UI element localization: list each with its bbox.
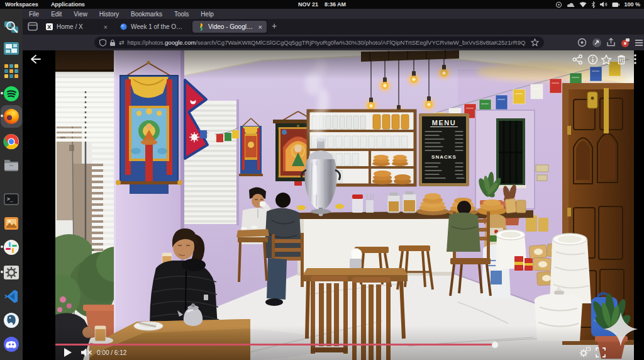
blue-favicon bbox=[120, 23, 127, 30]
progress-played bbox=[55, 344, 495, 346]
tracking-shield-icon bbox=[99, 39, 106, 47]
dock: >_ bbox=[0, 9, 23, 360]
account-circle-icon[interactable] bbox=[591, 37, 602, 48]
cloud-icon[interactable] bbox=[567, 2, 575, 8]
back-arrow-icon[interactable] bbox=[29, 53, 42, 65]
tab-close-icon[interactable]: × bbox=[258, 23, 262, 31]
tab-bar: X Home / X × Week 1 of the One-Month S V… bbox=[23, 19, 644, 35]
tab-home-x[interactable]: X Home / X × bbox=[42, 21, 112, 33]
battery-icon[interactable] bbox=[612, 2, 619, 8]
applications-menu[interactable]: Applications bbox=[51, 1, 85, 8]
tab-week1[interactable]: Week 1 of the One-Month S bbox=[116, 21, 190, 33]
url-text: https://photos.google.com/search/Cg7WaiK… bbox=[127, 39, 528, 46]
menu-help[interactable]: Help bbox=[201, 11, 214, 18]
dock-vscode-icon[interactable] bbox=[3, 288, 19, 305]
menu-tools[interactable]: Tools bbox=[174, 11, 189, 18]
dock-photos-app-icon[interactable] bbox=[3, 215, 19, 232]
google-photos-viewer: MENU SNACKS bbox=[23, 50, 644, 360]
keyboard-layout-icon[interactable] bbox=[555, 1, 562, 8]
dock-postgresql-icon[interactable] bbox=[3, 312, 19, 329]
menu-board: MENU SNACKS bbox=[419, 113, 469, 186]
clock[interactable]: NOV 21 8:36 AM bbox=[298, 1, 346, 8]
fullscreen-icon[interactable] bbox=[594, 347, 608, 358]
volume-icon[interactable] bbox=[600, 1, 608, 8]
menu-view[interactable]: View bbox=[74, 11, 87, 18]
dock-spotify-icon[interactable] bbox=[3, 86, 19, 102]
dock-firefox-icon[interactable] bbox=[3, 108, 19, 125]
dock-workspace-search-icon[interactable] bbox=[3, 19, 19, 35]
thangka-buddha bbox=[116, 61, 182, 194]
small-thangka bbox=[239, 118, 263, 176]
new-tab-button[interactable]: + bbox=[272, 21, 277, 31]
svg-text:X: X bbox=[47, 24, 51, 30]
menu-history[interactable]: History bbox=[99, 11, 119, 18]
hamburger-menu-icon[interactable] bbox=[633, 37, 644, 48]
delete-trash-icon[interactable] bbox=[615, 53, 628, 65]
battery-percent: 100 % bbox=[624, 1, 640, 8]
workspaces-menu[interactable]: Workspaces bbox=[5, 1, 38, 8]
screen: Workspaces Applications NOV 21 8:36 AM 1… bbox=[0, 0, 644, 360]
progress-handle[interactable] bbox=[492, 342, 498, 348]
more-options-icon[interactable] bbox=[629, 53, 641, 65]
wifi-icon[interactable] bbox=[579, 2, 587, 8]
lock-icon bbox=[109, 39, 116, 47]
tab-close-icon[interactable]: × bbox=[104, 23, 108, 31]
clock-date: NOV 21 bbox=[298, 1, 318, 8]
system-top-bar: Workspaces Applications NOV 21 8:36 AM 1… bbox=[0, 0, 644, 9]
dock-window-layout-icon[interactable] bbox=[3, 40, 19, 57]
favorite-star-icon[interactable] bbox=[600, 53, 613, 65]
google-photos-favicon bbox=[197, 23, 204, 31]
firefox-view-icon[interactable] bbox=[28, 22, 38, 33]
clock-time: 8:36 AM bbox=[325, 1, 346, 8]
dock-settings-icon[interactable] bbox=[3, 264, 19, 281]
dock-app-grid-icon[interactable] bbox=[3, 63, 19, 79]
tab-title: Home / X bbox=[57, 23, 99, 30]
info-icon[interactable] bbox=[586, 53, 599, 65]
dock-terminal-icon[interactable]: >_ bbox=[3, 191, 19, 208]
time-display: 0:00 / 6:12 bbox=[97, 348, 126, 357]
bookmark-star-icon[interactable] bbox=[531, 38, 539, 47]
bluetooth-icon[interactable] bbox=[591, 1, 596, 8]
dock-slack-icon[interactable] bbox=[3, 239, 19, 256]
settings-gear-icon[interactable] bbox=[577, 347, 591, 358]
teahouse-scene: MENU SNACKS bbox=[55, 50, 634, 360]
menu-bookmarks[interactable]: Bookmarks bbox=[131, 11, 162, 18]
navigation-bar: ⇄ https://photos.google.com/search/Cg7Wa… bbox=[23, 35, 644, 50]
x-favicon: X bbox=[46, 23, 53, 30]
play-button[interactable] bbox=[62, 347, 74, 358]
video-frame[interactable]: MENU SNACKS bbox=[55, 50, 634, 360]
menu-file[interactable]: File bbox=[29, 11, 39, 18]
snack-packets bbox=[505, 198, 526, 213]
extension-badge-icon[interactable] bbox=[577, 37, 587, 48]
tab-video-google-photos[interactable]: Video - Google Photos × bbox=[192, 21, 267, 33]
mute-volume-icon[interactable] bbox=[79, 347, 93, 358]
exchange-arrows-icon: ⇄ bbox=[119, 39, 124, 46]
svg-text:>_: >_ bbox=[7, 196, 13, 202]
tab-title: Week 1 of the One-Month S bbox=[131, 23, 186, 30]
dock-discord-icon[interactable] bbox=[3, 336, 19, 352]
share-icon[interactable] bbox=[571, 53, 584, 65]
url-bar[interactable]: ⇄ https://photos.google.com/search/Cg7Wa… bbox=[94, 37, 544, 48]
menu-edit[interactable]: Edit bbox=[51, 11, 62, 18]
video-progress-bar[interactable] bbox=[55, 344, 634, 346]
adblock-extension-icon[interactable] bbox=[619, 37, 630, 48]
menu-title: MENU bbox=[432, 119, 456, 127]
dock-chrome-icon[interactable] bbox=[3, 133, 19, 150]
share-upload-icon[interactable] bbox=[606, 37, 616, 48]
dock-file-manager-icon[interactable] bbox=[3, 156, 19, 172]
tab-title: Video - Google Photos bbox=[208, 23, 253, 30]
firefox-menubar: File Edit View History Bookmarks Tools H… bbox=[23, 9, 644, 19]
menu-subtitle: SNACKS bbox=[431, 154, 457, 160]
